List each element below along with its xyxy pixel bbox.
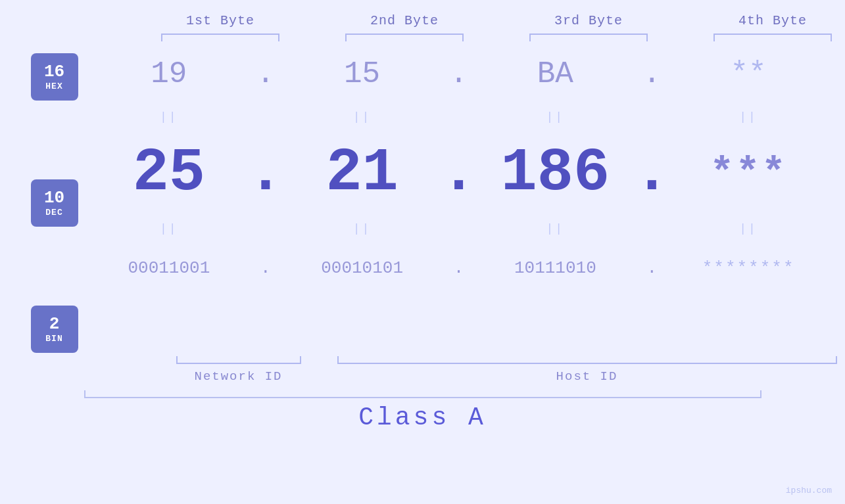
bin-row: 00011001 . 00010101 . 10111010 . <box>92 239 845 298</box>
network-id-label: Network ID <box>194 369 282 384</box>
dec-b2-cell: 21 <box>285 139 439 208</box>
bin-b2-value: 00010101 <box>321 258 403 278</box>
hex-dot3: . <box>632 57 671 91</box>
byte3-col: 3rd Byte <box>516 13 661 41</box>
watermark-text: ipshu.com <box>786 486 832 495</box>
bin-b1-value: 00011001 <box>128 258 210 278</box>
dec-badge-label: DEC <box>45 208 62 218</box>
byte1-bracket-top <box>161 34 279 41</box>
bin-b3-cell: 10111010 <box>479 258 633 278</box>
sep1-b1: || <box>160 110 178 124</box>
class-section: Class A <box>84 390 761 432</box>
hex-b3-value: BA <box>537 57 573 91</box>
watermark: ipshu.com <box>786 484 832 496</box>
hex-b4-value: ** <box>731 57 767 91</box>
sep2-b3: || <box>546 222 565 235</box>
byte2-bracket-top <box>345 34 464 41</box>
bin-badge-number: 2 <box>49 315 60 334</box>
bin-dot2: . <box>439 258 479 278</box>
bin-b3-value: 10111010 <box>514 258 596 278</box>
byte1-label: 1st Byte <box>186 13 254 28</box>
dec-dot2: . <box>439 139 479 208</box>
network-id-section: Network ID <box>148 356 329 384</box>
dec-b4-cell: *** <box>671 150 825 196</box>
hex-b2-value: 15 <box>344 57 380 91</box>
dec-b2-value: 21 <box>326 139 398 208</box>
sep2-b4: || <box>739 222 758 235</box>
hex-b4-cell: ** <box>671 57 825 91</box>
dec-b3-value: 186 <box>501 139 610 208</box>
byte4-col: 4th Byte <box>700 13 845 41</box>
bin-dot1: . <box>246 258 285 278</box>
dec-dot3: . <box>632 139 671 208</box>
byte2-col: 2nd Byte <box>332 13 477 41</box>
byte3-bracket-top <box>529 34 648 41</box>
dec-badge: 10 DEC <box>31 179 78 227</box>
hex-row: 19 . 15 . BA . ** <box>92 41 845 107</box>
dec-row: 25 . 21 . 186 . *** <box>92 127 845 219</box>
network-host-section: Network ID Host ID <box>56 356 845 384</box>
bin-b2-cell: 00010101 <box>285 258 439 278</box>
separator-dec-bin: || || || || <box>92 219 845 239</box>
host-id-label: Host ID <box>556 369 618 384</box>
dec-b1-cell: 25 <box>92 139 246 208</box>
hex-dot1: . <box>246 57 285 91</box>
host-id-section: Host ID <box>329 356 845 384</box>
dec-b1-value: 25 <box>133 139 205 208</box>
bin-b4-cell: ******** <box>671 258 825 278</box>
byte1-col: 1st Byte <box>148 13 293 41</box>
byte3-label: 3rd Byte <box>554 13 623 28</box>
main-container: 1st Byte 2nd Byte 3rd Byte 4th Byte 16 H… <box>0 0 845 504</box>
sep2-b1: || <box>160 222 178 235</box>
hex-b2-cell: 15 <box>285 57 439 91</box>
hex-b1-value: 19 <box>151 57 187 91</box>
hex-b1-cell: 19 <box>92 57 246 91</box>
bin-badge: 2 BIN <box>31 306 78 353</box>
hex-badge-number: 16 <box>44 62 64 81</box>
sep1-b4: || <box>739 110 758 124</box>
network-id-bracket <box>176 356 301 364</box>
byte4-bracket-top <box>713 34 832 41</box>
hex-badge: 16 HEX <box>31 53 78 101</box>
bin-b4-value: ******** <box>702 258 795 278</box>
byte2-label: 2nd Byte <box>370 13 439 28</box>
dec-dot1: . <box>246 139 285 208</box>
sep2-b2: || <box>353 222 372 235</box>
dec-b3-cell: 186 <box>479 139 633 208</box>
class-label: Class A <box>358 403 487 432</box>
host-id-bracket <box>337 356 837 364</box>
dec-b4-value: *** <box>710 150 787 196</box>
separator-hex-dec: || || || || <box>92 107 845 127</box>
dec-badge-number: 10 <box>44 189 64 208</box>
hex-dot2: . <box>439 57 479 91</box>
hex-b3-cell: BA <box>479 57 633 91</box>
sep1-b3: || <box>546 110 565 124</box>
sep1-b2: || <box>353 110 372 124</box>
hex-badge-label: HEX <box>45 81 62 91</box>
bin-b1-cell: 00011001 <box>92 258 246 278</box>
bin-badge-label: BIN <box>45 334 62 344</box>
bin-dot3: . <box>632 258 671 278</box>
class-bracket <box>84 390 761 398</box>
byte4-label: 4th Byte <box>738 13 807 28</box>
